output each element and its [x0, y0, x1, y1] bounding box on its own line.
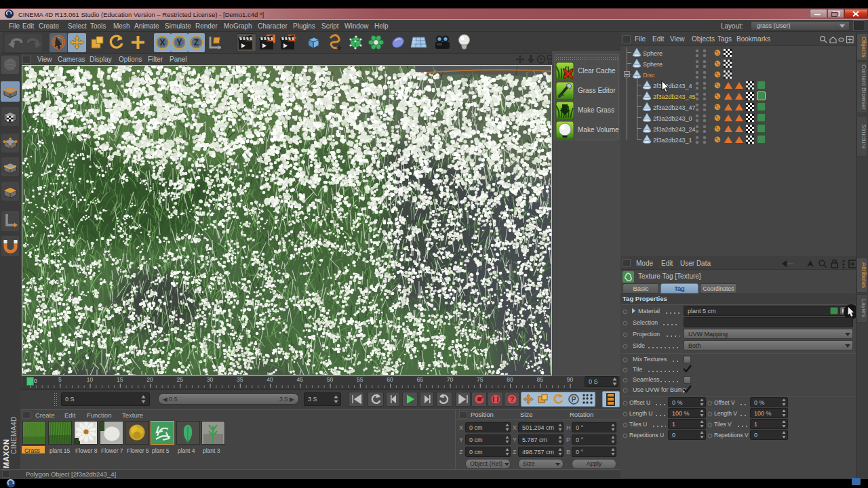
svg-text:75: 75: [477, 376, 484, 383]
svg-text:55: 55: [357, 376, 363, 383]
svg-text:5: 5: [58, 376, 62, 383]
svg-text:25: 25: [177, 376, 184, 383]
svg-text:15: 15: [117, 376, 123, 383]
svg-text:X: X: [159, 38, 165, 47]
svg-text:?: ?: [509, 395, 514, 403]
svg-text:70: 70: [447, 376, 454, 383]
svg-text:85: 85: [537, 376, 544, 383]
svg-text:40: 40: [267, 376, 273, 383]
svg-text:10: 10: [87, 376, 94, 383]
svg-text:35: 35: [237, 376, 243, 383]
svg-text:80: 80: [507, 376, 513, 383]
svg-text:P: P: [571, 395, 576, 403]
svg-text:30: 30: [207, 376, 214, 383]
svg-text:Z: Z: [194, 38, 199, 47]
svg-text:45: 45: [297, 376, 304, 383]
svg-text:20: 20: [146, 376, 153, 383]
svg-text:Y: Y: [176, 38, 182, 47]
svg-text:90: 90: [567, 376, 574, 383]
svg-text:60: 60: [387, 376, 393, 383]
svg-text:50: 50: [327, 376, 334, 383]
svg-text:65: 65: [417, 376, 424, 383]
